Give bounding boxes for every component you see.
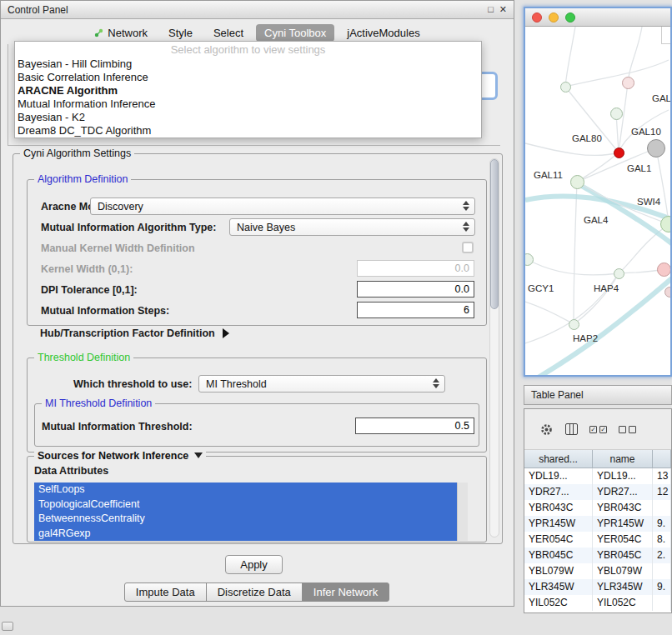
select-all-icon[interactable]: ✓ ✓ (589, 426, 607, 433)
table-cell[interactable]: YPR145W (524, 516, 593, 532)
table-row[interactable]: YIL052CYIL052C (524, 595, 671, 611)
network-canvas[interactable]: GAL80GAL10GAL11GAL1SWI4GAL4GCY1HAP4HAP2G… (525, 27, 670, 375)
close-icon[interactable]: ✕ (499, 5, 507, 14)
minimize-icon[interactable] (549, 12, 559, 22)
network-node[interactable] (614, 148, 624, 158)
network-node[interactable] (569, 319, 579, 330)
unchecked-box-icon (629, 426, 636, 433)
network-node[interactable] (560, 82, 571, 92)
table-row[interactable]: YBR045CYBR045C2. (524, 548, 671, 563)
close-icon[interactable] (532, 12, 542, 22)
table-panel-titlebar[interactable]: Table Panel (524, 385, 672, 405)
birdseye-toggle[interactable] (661, 27, 670, 44)
attribute-item[interactable]: BetweennessCentrality (34, 512, 457, 527)
attribute-item[interactable]: gal4RGexp (34, 527, 457, 542)
table-row[interactable]: YBL079WYBL079W (524, 563, 671, 579)
algorithm-option[interactable]: Basic Correlation Inference (15, 71, 481, 84)
table-cell[interactable]: YLR345W (593, 579, 653, 595)
algorithm-option[interactable]: ARACNE Algorithm (15, 84, 481, 98)
float-window-icon[interactable]: □ (488, 5, 494, 14)
algorithm-option[interactable]: Dream8 DC_TDC Algorithm (15, 124, 481, 138)
network-node[interactable] (664, 287, 671, 298)
table-cell[interactable]: 12 (653, 484, 671, 500)
zoom-icon[interactable] (565, 12, 575, 22)
table-cell[interactable]: 9. (653, 579, 671, 595)
column-header[interactable] (653, 450, 671, 468)
tab-select[interactable]: Select (205, 24, 252, 42)
mi-steps-field[interactable] (357, 302, 474, 318)
tab-network[interactable]: Network (86, 24, 156, 42)
column-header[interactable]: shared... (524, 450, 593, 468)
settings-scrollbar[interactable] (489, 158, 499, 538)
network-node[interactable] (622, 77, 634, 89)
attributes-scrollbar[interactable] (457, 482, 468, 541)
threshold-definition-title: Threshold Definition (34, 352, 133, 363)
algorithm-option[interactable]: Mutual Information Inference (15, 98, 481, 111)
minimized-panel-icon[interactable] (2, 622, 13, 631)
table-cell[interactable]: YLR345W (524, 579, 593, 595)
node-label: GAL10 (631, 127, 661, 137)
gear-icon[interactable] (539, 422, 554, 437)
network-node[interactable] (647, 139, 665, 158)
column-selector-icon[interactable] (565, 423, 578, 435)
attribute-item[interactable]: SelfLoops (34, 482, 457, 498)
table-cell[interactable]: YBL079W (593, 563, 653, 579)
network-window-titlebar[interactable] (525, 8, 670, 27)
table-cell[interactable]: YER054C (524, 532, 593, 548)
table-cell[interactable]: YIL052C (593, 595, 653, 611)
table-cell[interactable]: YBR043C (524, 500, 593, 516)
table-cell[interactable]: YBL079W (524, 563, 593, 579)
table-row[interactable]: YDL19...YDL19...13 (524, 468, 671, 484)
table-row[interactable]: YLR345WYLR345W9. (524, 579, 671, 595)
network-node[interactable] (657, 262, 671, 277)
table-cell[interactable]: YDL19... (524, 468, 593, 484)
mi-type-combobox[interactable]: Naive Bayes (229, 218, 475, 236)
sources-toggle[interactable]: Sources for Network Inference (34, 450, 206, 462)
chevron-right-icon (223, 328, 229, 338)
tab-style[interactable]: Style (160, 24, 201, 42)
tab-infer-network[interactable]: Infer Network (302, 582, 389, 602)
tab-discretize-data[interactable]: Discretize Data (206, 582, 303, 602)
table-row[interactable]: YDR27...YDR27...12 (524, 484, 671, 500)
table-cell[interactable]: YDL19... (593, 468, 653, 484)
network-node[interactable] (570, 175, 584, 189)
table-cell[interactable]: YDR27... (524, 484, 593, 500)
table-cell[interactable]: YER054C (593, 532, 653, 548)
hub-definition-toggle[interactable]: Hub/Transcription Factor Definition (40, 328, 229, 339)
table-row[interactable]: YBR043CYBR043C (524, 500, 671, 516)
table-cell[interactable]: YDR27... (593, 484, 653, 500)
aracne-mode-combobox[interactable]: Discovery (90, 198, 475, 215)
table-cell[interactable]: YPR145W (593, 516, 653, 532)
dpi-tolerance-field[interactable] (357, 281, 474, 298)
tab-impute-data[interactable]: Impute Data (124, 582, 207, 602)
column-header[interactable]: name (593, 450, 653, 468)
combo-stepper-icon (463, 222, 470, 232)
table-row[interactable]: YER054CYER054C8. (524, 532, 671, 548)
table-row[interactable]: YPR145WYPR145W9. (524, 516, 671, 532)
table-cell[interactable]: YIL052C (524, 595, 593, 611)
which-threshold-combobox[interactable]: MI Threshold (198, 375, 445, 392)
apply-button[interactable]: Apply (225, 555, 283, 574)
table-cell[interactable]: 9. (653, 516, 671, 532)
table-cell[interactable] (653, 563, 671, 579)
table-cell[interactable]: YBR043C (593, 500, 653, 516)
deselect-all-icon[interactable] (619, 426, 636, 433)
algorithm-option[interactable]: Bayesian - K2 (15, 111, 481, 124)
network-node[interactable] (525, 253, 534, 266)
table-cell[interactable]: 8. (653, 532, 671, 548)
table-cell[interactable]: 2. (653, 548, 671, 563)
table-cell[interactable]: YBR045C (593, 548, 653, 563)
algorithm-option[interactable]: Bayesian - Hill Climbing (15, 58, 481, 71)
tab-jactivemodules[interactable]: jActiveModules (339, 24, 428, 42)
scrollbar-thumb[interactable] (490, 159, 499, 309)
tab-cyni-toolbox[interactable]: Cyni Toolbox (256, 24, 334, 42)
table-cell[interactable]: 13 (653, 468, 671, 484)
table-cell[interactable] (653, 595, 671, 611)
control-panel-titlebar[interactable]: Control Panel □ ✕ (1, 1, 514, 19)
network-node[interactable] (614, 268, 624, 279)
mi-threshold-field[interactable] (355, 418, 474, 434)
attribute-item[interactable]: TopologicalCoefficient (34, 498, 457, 512)
network-node[interactable] (610, 108, 623, 120)
table-cell[interactable] (653, 500, 671, 516)
table-cell[interactable]: YBR045C (524, 548, 593, 563)
